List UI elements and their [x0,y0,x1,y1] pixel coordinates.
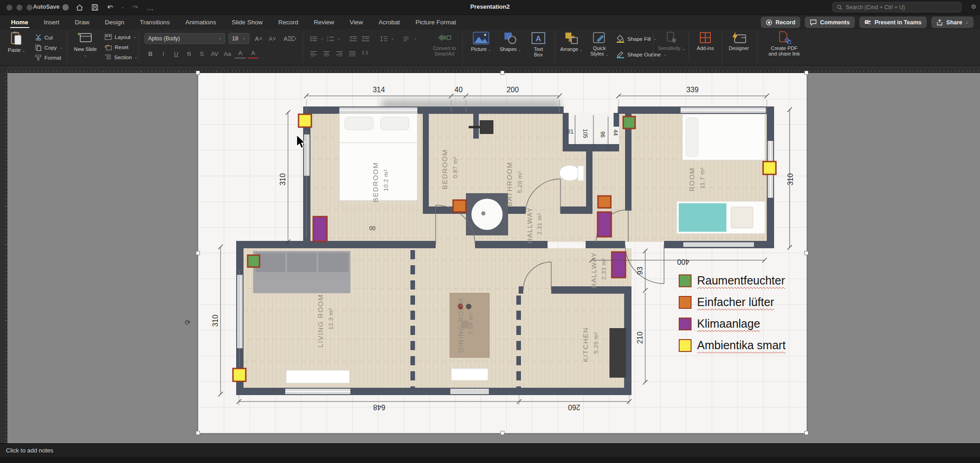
sensor-raumentfeuchter [248,255,260,267]
svg-text:5.20 m²: 5.20 m² [516,171,523,193]
ribbon-tab[interactable]: Home [10,16,29,28]
selection-handle-bottom-left[interactable] [196,431,200,435]
ribbon-tab[interactable]: Insert [43,16,61,28]
slide-canvas[interactable]: 314 40 200 339 310 310 310 [198,73,807,433]
layout-button[interactable]: Layout ⌄ [105,34,136,40]
bullets-icon[interactable] [308,33,319,44]
change-case-icon[interactable]: Aa [222,49,233,59]
search-placeholder: Search (Cmd + Ctrl + U) [846,4,905,11]
svg-text:KITCHEN: KITCHEN [581,327,589,362]
svg-text:210: 210 [636,332,644,344]
format-painter-button[interactable]: Format [35,54,61,61]
svg-text:44: 44 [612,129,619,136]
text-direction-icon[interactable] [401,33,412,44]
ribbon-tab[interactable]: Picture Format [415,16,457,28]
highlight-color-icon[interactable]: A [235,49,246,59]
strikethrough-icon[interactable]: S [183,49,194,59]
mouse-cursor [296,134,308,150]
align-right-icon[interactable] [334,49,345,59]
account-icon[interactable]: ⚙ [971,3,976,10]
svg-text:260: 260 [568,403,581,411]
align-left-icon[interactable] [308,49,319,59]
section-button[interactable]: Section ⌄ [105,54,138,60]
svg-text:5.25 m²: 5.25 m² [592,332,599,354]
ribbon-tab[interactable]: Design [104,16,125,28]
search-icon [837,5,842,10]
selection-handle-middle-left[interactable] [196,251,200,255]
ribbon-tab[interactable]: Record [277,16,299,28]
reset-button[interactable]: Reset [105,44,128,50]
rotate-handle-icon[interactable]: ⟳ [185,318,191,327]
selection-handle-top-right[interactable] [804,71,808,75]
copy-button[interactable]: Copy ⌄ [35,44,63,51]
search-input[interactable]: Search (Cmd + Ctrl + U) [832,2,962,12]
legend-item[interactable]: Einfacher lüfter [679,296,786,309]
convert-to-smartart-button[interactable]: Convert toSmartArt [430,31,459,56]
svg-text:310: 310 [279,173,287,186]
sensor-klimaanlage [313,217,327,241]
ribbon-tab[interactable]: Draw [74,16,90,28]
floorplan-image[interactable]: 314 40 200 339 310 310 310 [198,73,807,433]
present-in-teams-button[interactable]: T Present in Teams [859,17,927,28]
selection-handle-top-center[interactable] [500,71,504,75]
svg-text:1: 1 [327,36,328,39]
addins-button[interactable]: Add-ins [692,31,719,51]
ribbon-tab[interactable]: Review [313,16,335,28]
share-button[interactable]: Share ⌄ [931,17,974,28]
text-box-button[interactable]: A TextBox [526,31,551,57]
shapes-button[interactable]: Shapes ⌄ [498,31,523,52]
cut-button[interactable]: Cut [35,34,53,41]
align-center-icon[interactable] [321,49,332,59]
text-shadow-icon[interactable]: S [196,49,207,59]
selection-handle-bottom-center[interactable] [500,431,504,435]
line-spacing-icon[interactable] [378,33,389,44]
clear-formatting-icon[interactable]: A⌦ [284,33,295,44]
svg-text:0.87 m²: 0.87 m² [452,156,459,179]
paste-button[interactable]: Paste ⌄ [5,31,28,53]
legend-item[interactable]: Ambientika smart [679,339,786,352]
quick-styles-button[interactable]: Quick Styles ⌄ [587,31,612,56]
underline-icon[interactable]: U [171,49,182,59]
justify-icon[interactable] [347,49,358,59]
ribbon-tab[interactable]: Animations [184,16,217,28]
columns-icon[interactable] [360,49,371,59]
selection-handle-middle-right[interactable] [804,251,808,255]
character-spacing-icon[interactable]: AV [209,49,220,59]
increase-font-icon[interactable]: A˄ [253,33,264,44]
create-pdf-button[interactable]: Create PDFand share link [761,31,807,56]
increase-indent-icon[interactable] [360,33,371,44]
ribbon-tab[interactable]: Acrobat [378,16,401,28]
ribbon-tab[interactable]: Transitions [139,16,171,28]
arrange-button[interactable]: Arrange ⌄ [559,31,584,52]
selection-handle-top-left[interactable] [196,71,200,75]
svg-text:DINING ROOM: DINING ROOM [457,298,465,353]
bold-icon[interactable]: B [145,49,156,59]
comments-button[interactable]: Comments [805,17,855,28]
font-name-select[interactable]: Aptos (Body)⌄ [144,33,225,44]
selection-handle-bottom-right[interactable] [804,431,808,435]
designer-button[interactable]: Designer [725,31,753,51]
decrease-font-icon[interactable]: A˅ [267,33,278,44]
sensitivity-button[interactable]: Sensitivity ⌄ [657,31,686,51]
legend-item[interactable]: Klimaanlage [679,317,786,330]
svg-text:310: 310 [211,315,219,327]
shape-outline-button[interactable]: Shape Outline ⌄ [616,50,667,58]
ribbon-tab[interactable]: Slide Show [231,16,264,28]
picture-button[interactable]: Picture ⌄ [468,31,494,52]
ribbon-tab[interactable]: View [349,16,364,28]
decrease-indent-icon[interactable] [348,33,359,44]
sensor-ambientika [763,162,776,174]
record-button[interactable]: Record [761,17,800,28]
cut-icon [35,34,42,41]
copy-icon [35,44,42,51]
legend-item[interactable]: Raumentfeuchter [679,274,786,287]
font-size-select[interactable]: 18⌄ [228,33,249,44]
svg-text:96: 96 [599,131,606,138]
italic-icon[interactable]: I [158,49,169,59]
shape-fill-button[interactable]: Shape Fill ⌄ [616,35,657,43]
new-slide-button[interactable]: New Slide ⌄ [72,31,98,57]
font-color-icon[interactable]: A [248,49,259,59]
shapes-icon [503,31,518,45]
notes-pane[interactable]: Click to add notes [0,443,980,457]
numbering-icon[interactable]: 12 [325,33,336,44]
